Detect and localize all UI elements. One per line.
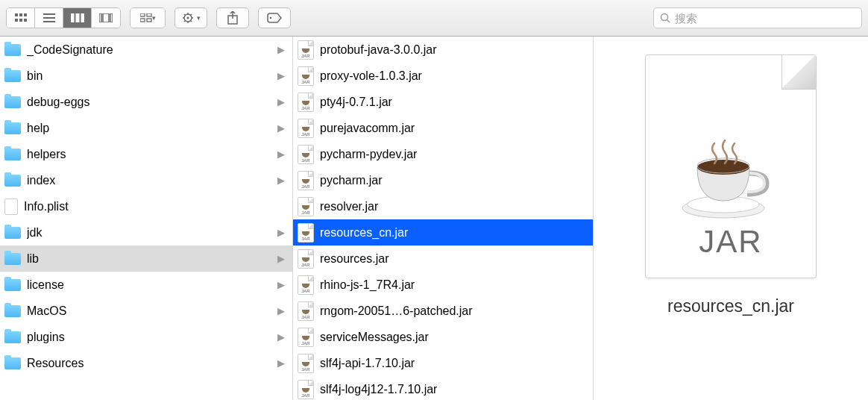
file-row[interactable]: JARresources.jar <box>293 246 593 272</box>
folder-row[interactable]: help▶ <box>0 115 292 141</box>
folder-row[interactable]: MacOS▶ <box>0 298 292 324</box>
item-label: bin <box>27 69 271 83</box>
file-row[interactable]: JARrngom-20051…6-patched.jar <box>293 298 593 324</box>
main-content: _CodeSignature▶bin▶debug-eggs▶help▶helpe… <box>0 37 868 400</box>
folder-icon <box>4 253 21 265</box>
svg-rect-9 <box>71 13 74 22</box>
item-label: pycharm.jar <box>320 174 585 187</box>
item-label: _CodeSignature <box>27 43 271 57</box>
arrange-button[interactable]: ▾ <box>130 8 165 28</box>
jar-file-icon: JAR <box>298 380 314 399</box>
item-label: resolver.jar <box>320 200 585 213</box>
file-row[interactable]: JARslf4j-log4j12-1.7.10.jar <box>293 376 593 400</box>
file-row[interactable]: JARresources_cn.jar <box>293 219 593 246</box>
folder-row[interactable]: _CodeSignature▶ <box>0 37 292 63</box>
tag-icon <box>267 13 282 23</box>
svg-rect-16 <box>147 13 151 16</box>
svg-rect-6 <box>43 13 55 15</box>
folder-icon <box>4 305 21 317</box>
folder-icon <box>4 96 21 108</box>
item-label: rhino-js-1_7R4.jar <box>320 278 585 292</box>
arrange-group: ▾ <box>130 7 166 28</box>
folder-icon <box>4 331 21 343</box>
file-row[interactable]: JARprotobuf-java-3.0.0.jar <box>293 37 593 63</box>
jar-file-icon: JAR <box>298 145 314 164</box>
item-label: license <box>27 278 271 292</box>
search-field[interactable] <box>653 7 862 28</box>
svg-rect-12 <box>99 13 101 22</box>
file-row[interactable]: JARpycharm-pydev.jar <box>293 141 593 167</box>
file-icon <box>4 199 18 215</box>
item-label: pycharm-pydev.jar <box>320 148 585 161</box>
folder-icon <box>4 149 21 160</box>
item-label: resources_cn.jar <box>320 226 585 240</box>
folder-row[interactable]: plugins▶ <box>0 324 292 350</box>
file-row[interactable]: JARpty4j-0.7.1.jar <box>293 89 593 115</box>
file-row[interactable]: JARpurejavacomm.jar <box>293 115 593 141</box>
folder-icon <box>4 227 21 239</box>
svg-rect-11 <box>81 13 84 22</box>
file-row[interactable]: JARserviceMessages.jar <box>293 324 593 350</box>
svg-rect-4 <box>19 19 22 22</box>
jar-file-icon: JAR <box>298 119 314 138</box>
folder-row[interactable]: license▶ <box>0 272 292 298</box>
toolbar: ▾ ▾ <box>0 0 868 37</box>
gear-icon <box>182 12 194 24</box>
preview-filename: resources_cn.jar <box>667 296 794 316</box>
folder-row[interactable]: Info.plist <box>0 193 292 219</box>
item-label: plugins <box>27 331 271 344</box>
file-row[interactable]: JARproxy-vole-1.0.3.jar <box>293 63 593 89</box>
item-label: pty4j-0.7.1.jar <box>320 96 585 109</box>
jar-file-icon: JAR <box>298 301 314 321</box>
file-row[interactable]: JARrhino-js-1_7R4.jar <box>293 272 593 298</box>
chevron-right-icon: ▶ <box>277 44 285 55</box>
file-row[interactable]: JARresolver.jar <box>293 193 593 219</box>
chevron-down-icon: ▾ <box>152 14 156 22</box>
jar-file-icon: JAR <box>298 171 314 190</box>
file-row[interactable]: JARpycharm.jar <box>293 167 593 193</box>
search-icon <box>660 13 670 23</box>
action-menu-button[interactable]: ▾ <box>174 7 207 28</box>
folder-column-1[interactable]: _CodeSignature▶bin▶debug-eggs▶help▶helpe… <box>0 37 293 400</box>
item-label: protobuf-java-3.0.0.jar <box>320 43 585 57</box>
item-label: serviceMessages.jar <box>320 331 585 344</box>
item-label: index <box>27 174 271 187</box>
folder-row[interactable]: debug-eggs▶ <box>0 89 292 115</box>
svg-rect-2 <box>24 13 27 16</box>
folder-row[interactable]: index▶ <box>0 167 292 193</box>
folder-row[interactable]: bin▶ <box>0 63 292 89</box>
svg-rect-15 <box>140 13 145 16</box>
item-label: lib <box>27 252 271 266</box>
tags-button[interactable] <box>258 7 291 28</box>
folder-column-2[interactable]: JARprotobuf-java-3.0.0.jarJARproxy-vole-… <box>293 37 594 400</box>
chevron-right-icon: ▶ <box>277 279 285 290</box>
folder-row[interactable]: helpers▶ <box>0 141 292 167</box>
view-icon-button[interactable] <box>7 8 35 28</box>
folder-row[interactable]: Resources▶ <box>0 350 292 376</box>
search-input[interactable] <box>675 12 855 25</box>
file-row[interactable]: JARslf4j-api-1.7.10.jar <box>293 350 593 376</box>
view-mode-group <box>6 7 121 28</box>
jar-file-icon: JAR <box>298 40 314 60</box>
item-label: debug-eggs <box>27 96 271 109</box>
preview-type-label: JAR <box>699 224 762 260</box>
svg-point-22 <box>270 17 272 19</box>
folder-row[interactable]: jdk▶ <box>0 219 292 246</box>
grid-icon <box>15 13 27 22</box>
list-icon <box>43 13 55 22</box>
view-list-button[interactable] <box>35 8 63 28</box>
view-column-button[interactable] <box>63 8 92 28</box>
share-button[interactable] <box>216 7 249 28</box>
item-label: helpers <box>27 148 271 161</box>
view-gallery-button[interactable] <box>92 8 120 28</box>
preview-pane: JAR resources_cn.jar <box>594 37 868 400</box>
jar-file-icon: JAR <box>298 93 314 112</box>
chevron-right-icon: ▶ <box>277 305 285 316</box>
folder-row[interactable]: lib▶ <box>0 246 292 272</box>
folder-icon <box>4 279 21 291</box>
item-label: purejavacomm.jar <box>320 122 585 135</box>
svg-point-20 <box>186 17 189 19</box>
jar-file-icon: JAR <box>298 275 314 295</box>
svg-rect-3 <box>15 19 18 22</box>
svg-point-26 <box>697 160 749 175</box>
